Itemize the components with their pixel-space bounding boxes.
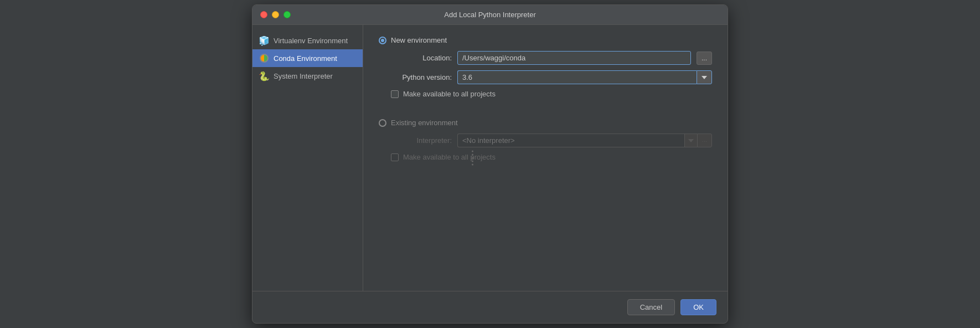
ok-button[interactable]: OK: [680, 299, 716, 315]
dot: [472, 154, 473, 156]
existing-environment-fields: Interpreter: ...: [391, 134, 712, 161]
title-bar: Add Local Python Interpreter: [252, 5, 728, 25]
dialog-footer: Cancel OK: [252, 291, 728, 323]
interpreter-browse-button: ...: [697, 134, 712, 147]
location-row: Location: ...: [391, 51, 712, 65]
close-button[interactable]: [260, 11, 267, 18]
new-environment-label: New environment: [391, 36, 447, 44]
cancel-button[interactable]: Cancel: [627, 299, 675, 315]
new-environment-fields: Location: ... Python version: 3.6 3.7 3.…: [391, 51, 712, 98]
interpreter-input-wrapper: ...: [457, 134, 712, 147]
sidebar-item-virtualenv[interactable]: 🧊 Virtualenv Environment: [252, 32, 363, 49]
existing-environment-label: Existing environment: [391, 119, 458, 127]
new-environment-header: New environment: [379, 36, 712, 44]
dot: [472, 161, 473, 162]
interpreter-row: Interpreter: ...: [391, 134, 712, 147]
interpreter-label: Interpreter:: [391, 136, 452, 145]
python-version-select[interactable]: 3.6 3.7 3.8 3.9: [457, 70, 697, 84]
dot: [472, 164, 473, 166]
dialog-body: 🧊 Virtualenv Environment Conda Environme…: [252, 25, 728, 291]
chevron-down-icon: [688, 139, 694, 142]
new-environment-radio[interactable]: [379, 37, 386, 44]
sidebar-item-system[interactable]: 🐍 System Interpreter: [252, 67, 363, 85]
sidebar-label-system: System Interpreter: [274, 72, 333, 80]
location-input[interactable]: [457, 51, 691, 65]
system-icon: 🐍: [259, 71, 269, 81]
minimize-button[interactable]: [272, 11, 279, 18]
interpreter-dropdown-arrow: [684, 134, 697, 147]
dialog-title: Add Local Python Interpreter: [444, 11, 536, 19]
resize-handle[interactable]: [472, 151, 473, 166]
virtualenv-icon: 🧊: [259, 35, 269, 45]
new-env-make-available-checkbox[interactable]: [391, 90, 399, 98]
main-content: New environment Location: ... Python ver…: [363, 25, 728, 291]
new-env-make-available-row: Make available to all projects: [391, 90, 712, 98]
existing-environment-section: Existing environment Interpreter:: [379, 119, 712, 161]
chevron-down-icon: [702, 75, 707, 80]
dot: [472, 151, 473, 152]
conda-icon: [259, 53, 269, 63]
new-environment-section: New environment Location: ... Python ver…: [379, 36, 712, 98]
maximize-button[interactable]: [283, 11, 291, 18]
python-version-label: Python version:: [391, 73, 452, 81]
sidebar-item-conda[interactable]: Conda Environment: [252, 49, 363, 67]
dialog: Add Local Python Interpreter 🧊 Virtualen…: [252, 4, 728, 324]
python-version-select-wrapper: 3.6 3.7 3.8 3.9: [457, 70, 712, 84]
python-version-dropdown-arrow[interactable]: [697, 70, 712, 84]
existing-env-make-available-row: Make available to all projects: [391, 153, 712, 161]
python-version-row: Python version: 3.6 3.7 3.8 3.9: [391, 70, 712, 84]
location-browse-button[interactable]: ...: [697, 52, 712, 65]
existing-env-make-available-label: Make available to all projects: [403, 153, 496, 161]
interpreter-input: [457, 134, 684, 147]
dot: [472, 157, 473, 159]
new-env-make-available-label: Make available to all projects: [403, 90, 496, 98]
sidebar-label-conda: Conda Environment: [274, 54, 337, 63]
existing-environment-header: Existing environment: [379, 119, 712, 127]
existing-environment-radio[interactable]: [379, 119, 386, 127]
window-controls: [260, 11, 291, 18]
section-separator: [379, 108, 712, 109]
existing-env-make-available-checkbox: [391, 153, 399, 161]
location-label: Location:: [391, 54, 452, 62]
sidebar: 🧊 Virtualenv Environment Conda Environme…: [252, 25, 363, 291]
sidebar-label-virtualenv: Virtualenv Environment: [274, 37, 348, 45]
